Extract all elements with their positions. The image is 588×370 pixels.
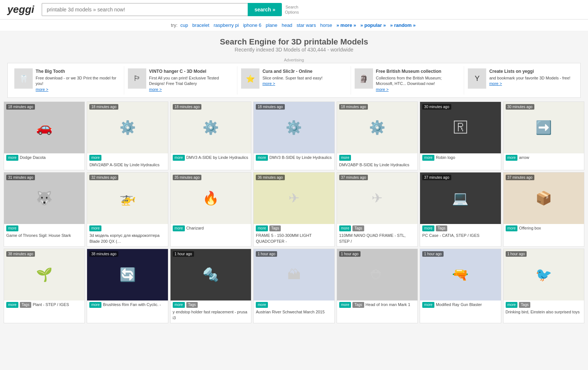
more-badge[interactable]: more [506,302,518,308]
more-badge[interactable]: more [339,155,351,161]
item-title: 3d модель корпус для квадрокоптера Blade… [89,233,165,244]
more-badge[interactable]: more [173,225,185,231]
ad-more-3[interactable]: more > [376,87,389,92]
more-badge[interactable]: more [89,302,101,308]
try-link-raspberry[interactable]: raspberry pi [214,22,239,28]
try-random-link[interactable]: » random » [390,22,416,28]
thumb-icon: 📦 [535,191,552,206]
grid-thumb: ⚙️ 18 minutes ago [171,102,251,153]
grid-thumb: ⚙️ 18 minutes ago [337,102,417,153]
tags-badge[interactable]: Tags [269,225,281,231]
list-item[interactable]: 🚗 18 minutes ago more Dodge Dacota [4,102,85,170]
try-more-link[interactable]: » more » [336,22,356,28]
try-popular-link[interactable]: » popular » [361,22,386,28]
grid-caption: more Charizard [171,224,251,234]
ad-item-3[interactable]: 🗿 Free British Museum collection Collect… [351,66,465,95]
item-title: Plant - STEP / IGES [33,302,69,307]
try-link-starwars[interactable]: star wars [297,22,316,28]
time-badge: 31 minutes ago [6,175,35,180]
tags-badge[interactable]: Tags [186,302,198,308]
more-badge[interactable]: more [422,302,434,308]
try-label: try: [171,22,178,28]
time-badge: 1 hour ago [339,251,361,257]
ad-more-2[interactable]: more > [262,81,275,86]
search-button[interactable]: search » [248,3,282,16]
grid-caption: more Tags Drinking bird, Einstein also s… [503,300,584,317]
ad-item-4[interactable]: Y Create Lists on yeggi and bookmark you… [464,66,577,95]
more-badge[interactable]: more [506,155,518,161]
tags-badge[interactable]: Tags [436,225,447,231]
thumb-icon: ⛑ [370,267,384,282]
more-badge[interactable]: more [339,225,351,231]
item-title: Game of Thrones Sigil: House Stark [6,233,71,238]
tags-badge[interactable]: Tags [519,302,530,308]
tags-badge[interactable]: Tags [20,302,31,308]
more-badge[interactable]: more [173,155,185,161]
grid-caption: more Game of Thrones Sigil: House Stark [4,224,85,241]
grid-thumb: 🔄 38 minutes ago [87,249,168,300]
list-item[interactable]: 💻 37 minutes ago more Tags PC Case - CAT… [420,172,501,247]
more-badge[interactable]: more [6,155,18,161]
more-badge[interactable]: more [89,225,101,231]
more-badge[interactable]: more [422,155,434,161]
more-badge[interactable]: more [506,225,518,231]
ad-item-1[interactable]: 🏳 VINTO hanger C - 3D Model First All yo… [124,66,238,95]
ad-text-3: Free British Museum collection Collectio… [376,68,460,92]
more-badge[interactable]: more [6,302,18,308]
more-badge[interactable]: more [422,225,434,231]
grid-caption: more Tags PC Case - CATIA, STEP / IGES [420,224,501,241]
list-item[interactable]: 📦 37 minutes ago more Offering box [503,172,584,247]
more-badge[interactable]: more [256,225,268,231]
thumb-icon: ⚙️ [119,120,136,135]
more-badge[interactable]: more [256,302,268,308]
ad-item-2[interactable]: ⭐ Cura and Slic3r - Online Slice online.… [237,66,351,95]
try-link-horse[interactable]: horse [320,22,332,28]
more-badge[interactable]: more [339,302,351,308]
list-item[interactable]: 🔩 1 hour ago more Tags y endstop holder … [170,249,251,323]
search-input[interactable] [42,3,248,16]
logo[interactable]: yeggi [7,4,34,15]
item-title: Modified Ray Gun Blaster [436,302,482,307]
list-item[interactable]: 🔫 1 hour ago more Modified Ray Gun Blast… [420,249,501,323]
more-badge[interactable]: more [256,155,268,161]
grid-caption: more DMV3 B-SIDE by Linde Hydraulics [254,153,334,163]
grid-caption: more Offering box [503,224,584,234]
ad-more-0[interactable]: more > [36,87,49,92]
list-item[interactable]: 🌱 38 minutes ago more Tags Plant - STEP … [4,249,85,323]
list-item[interactable]: ⚙️ 18 minutes ago more DMV2ABP B-SIDE by… [337,102,418,170]
try-link-bracelet[interactable]: bracelet [192,22,209,28]
ad-item-0[interactable]: 🦷 The Big Tooth Free download - or we 3D… [11,66,124,95]
try-link-iphone6[interactable]: iphone 6 [243,22,261,28]
list-item[interactable]: ➡️ 30 minutes ago more arrow [503,102,584,170]
list-item[interactable]: 🚁 32 minutes ago more 3d модель корпус д… [87,172,168,247]
list-item[interactable]: 🔥 35 minutes ago more Charizard [170,172,251,247]
list-item[interactable]: 🐺 31 minutes ago more Game of Thrones Si… [4,172,85,247]
more-badge[interactable]: more [6,225,18,231]
list-item[interactable]: 🏔 1 hour ago more Austrian River Schwech… [253,249,334,323]
list-item[interactable]: 🔄 38 minutes ago more Brushless Rim Fan … [87,249,168,323]
more-badge[interactable]: more [173,302,185,308]
item-title: 110MM NANO QUAD FRAME - STL, STEP / [339,233,415,244]
list-item[interactable]: 🐦 1 hour ago more Tags Drinking bird, Ei… [503,249,584,323]
try-link-head[interactable]: head [282,22,292,28]
try-link-plane[interactable]: plane [266,22,277,28]
tags-badge[interactable]: Tags [352,225,364,231]
ad-text-1: VINTO hanger C - 3D Model First All you … [149,68,234,92]
ad-more-1[interactable]: more > [149,87,162,92]
grid-caption: more 3d модель корпус для квадрокоптера … [87,224,168,246]
try-link-cup[interactable]: cup [180,22,188,28]
thumb-icon: 🔥 [202,191,219,206]
tags-badge[interactable]: Tags [352,302,364,308]
list-item[interactable]: 🅁 30 minutes ago more Robin logo [420,102,501,170]
list-item[interactable]: ⛑ 1 hour ago more Tags Head of Iron man … [337,249,418,323]
more-badge[interactable]: more [89,155,101,161]
list-item[interactable]: ⚙️ 18 minutes ago more DMV3 A-SIDE by Li… [170,102,251,170]
ad-more-4[interactable]: more > [489,81,502,86]
list-item[interactable]: ⚙️ 18 minutes ago more DMV2ABP A-SIDE by… [87,102,168,170]
list-item[interactable]: ⚙️ 18 minutes ago more DMV3 B-SIDE by Li… [253,102,334,170]
search-options-link[interactable]: Search Options [285,4,299,15]
list-item[interactable]: ✈ 37 minutes ago more Tags 110MM NANO QU… [337,172,418,247]
list-item[interactable]: ✈ 36 minutes ago more Tags FRAME 5 - 150… [253,172,334,247]
grid-caption: more Modified Ray Gun Blaster [420,300,501,310]
grid-thumb: 📦 37 minutes ago [503,172,584,224]
